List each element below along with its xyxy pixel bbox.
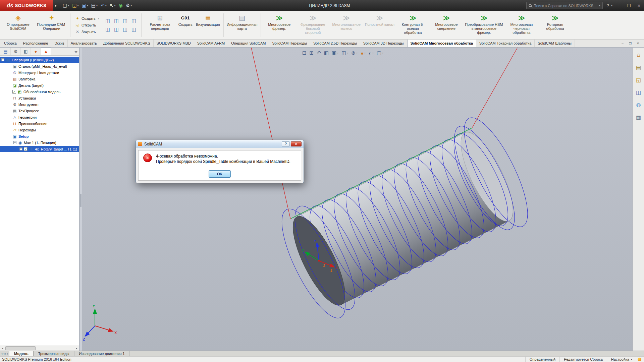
splitter-grip[interactable]	[80, 194, 82, 207]
tree-item-machine[interactable]: ▣ Станок (gMill_Haas_4x_eval)	[0, 63, 79, 69]
zoom-fit-button[interactable]: ⊡	[301, 49, 308, 57]
dialog-close-button[interactable]: ✕	[291, 141, 302, 146]
undo-button[interactable]: ↶	[100, 2, 108, 9]
about-solidcam-button[interactable]: ◈ О программе SolidCAM	[1, 12, 35, 38]
view-orientation-dropdown-icon[interactable]	[337, 52, 338, 55]
section-view-button[interactable]: ◧	[323, 49, 330, 57]
tree-item-zero-manager[interactable]: ⊕ Менеджер Ноля детали	[0, 69, 79, 76]
op-multiblade-button[interactable]: ≫ Многолопастное колесо	[330, 12, 363, 38]
tree-item-stock[interactable]: ▧ Заготовка	[0, 76, 79, 82]
view-palette-button[interactable]: ◫	[634, 88, 643, 96]
tab-solidcam-multiaxis[interactable]: SolidCAM Многоосевая обработка	[407, 40, 476, 47]
panel-tabs-right-arrow[interactable]	[76, 50, 78, 53]
help-dropdown-icon[interactable]	[611, 4, 612, 7]
ok-button[interactable]: OK	[209, 170, 231, 178]
rebuild-button[interactable]: ◉	[118, 2, 124, 9]
undo-dropdown-icon[interactable]	[105, 4, 107, 7]
tree-item-techprocess[interactable]: ▤ ТехПроцесс	[0, 108, 79, 114]
op-contour-5axis-button[interactable]: ≫ Контурная 5-осевая обработка	[396, 12, 430, 38]
tree-item-target[interactable]: ◪ Деталь (target)	[0, 82, 79, 88]
file-explorer-button[interactable]: ◱	[634, 76, 643, 84]
tab-model[interactable]: Модель	[9, 351, 34, 356]
search-box[interactable]	[526, 2, 603, 9]
search-dropdown-icon[interactable]	[599, 4, 600, 7]
configuration-selector[interactable]: Настройка	[607, 357, 636, 362]
dialog-help-button[interactable]: ?	[282, 141, 290, 146]
select-button[interactable]: ↖	[109, 2, 117, 9]
tree-item-setup[interactable]: ▣ Setup	[0, 133, 79, 139]
display-style-button[interactable]: ◫	[340, 49, 350, 57]
cam-open-button[interactable]: ◱ Открыть	[73, 22, 102, 28]
panel-tabs-left-arrow[interactable]	[74, 50, 76, 53]
custom-properties-button[interactable]: ▦	[634, 113, 643, 121]
tab-solidcam-operation[interactable]: Операция SolidCAM	[228, 40, 269, 47]
appearances-scenes-button[interactable]: ◍	[634, 101, 643, 109]
save-button[interactable]: ▣	[81, 2, 89, 9]
op-multiaxis-milling-button[interactable]: ≫ Многоосевое фрезер.	[263, 12, 296, 38]
new-dropdown-icon[interactable]	[68, 4, 69, 7]
tab-motion-study[interactable]: Исследование движения 1	[74, 351, 130, 356]
solidcam-tool-button-5[interactable]: ◫	[104, 25, 112, 34]
solidcam-tool-button-4[interactable]: ◫	[130, 17, 138, 25]
tree-item-geometries[interactable]: ◬ Геометрии	[0, 114, 79, 120]
expand-toggle[interactable]	[13, 141, 16, 144]
search-input[interactable]	[534, 4, 596, 8]
design-library-button[interactable]: ▤	[634, 63, 643, 71]
document-minimize-button[interactable]	[619, 41, 626, 46]
options-button[interactable]: ⚙	[125, 2, 133, 9]
tab-solidcam-transitions[interactable]: SolidCAM Переходы	[269, 40, 310, 47]
display-style-dropdown-icon[interactable]	[347, 52, 348, 55]
tree-item-operation-root[interactable]: ▦ Операция (ЦИЛИНДР-2)	[0, 57, 79, 63]
tree-horizontal-scrollbar[interactable]	[0, 346, 79, 351]
next-tab-arrow[interactable]	[5, 352, 6, 355]
save-dropdown-icon[interactable]	[87, 4, 88, 7]
resource-monitor-icon[interactable]	[638, 358, 641, 361]
tree-item-4x-rotary-target[interactable]: ✚ 4x_Rotary_target ...T1 (1)	[0, 146, 79, 152]
op-multiaxis-roughing-button[interactable]: ≫ Многоосевая черновая обработка	[505, 12, 538, 38]
simulation-button[interactable]: ≣ Визуализация	[194, 12, 222, 38]
tree-item-tool[interactable]: ⚙ Инструмент	[0, 101, 79, 108]
graphics-viewport[interactable]: z y x 1 1 Y X Z ⊡ ⊞ ↶ ◧ ▣ ◫ ⊚ ● ◐ ▢	[82, 48, 633, 351]
zoom-area-button[interactable]: ⊞	[308, 49, 315, 57]
document-close-button[interactable]	[635, 41, 641, 46]
open-button[interactable]: ◱	[71, 2, 79, 9]
solidcam-tool-button-3[interactable]: ◫	[121, 17, 129, 25]
create-dropdown-icon[interactable]	[98, 17, 99, 20]
solidworks-resources-button[interactable]: ⌂	[634, 51, 643, 59]
expand-toggle[interactable]	[1, 58, 4, 61]
select-dropdown-icon[interactable]	[114, 4, 115, 7]
close-button[interactable]: ✕	[634, 0, 644, 11]
apply-scene-button[interactable]: ◐	[367, 49, 375, 57]
solidcam-tool-button-6[interactable]: ◫	[112, 25, 121, 34]
panel-splitter[interactable]	[79, 48, 82, 351]
operation-checkbox[interactable]	[24, 147, 28, 151]
op-port-machining-button[interactable]: ≫ Полостной канал	[363, 12, 396, 38]
configuration-dropdown-icon[interactable]	[631, 358, 632, 361]
tab-solidworks-addins[interactable]: Добавления SOLIDWORKS	[100, 40, 154, 47]
new-document-button[interactable]: ▢	[62, 2, 70, 9]
g01-generate-button[interactable]: G01 Создать	[177, 12, 194, 38]
last-tab-arrow[interactable]	[7, 352, 8, 355]
tab-solidcam-3d[interactable]: SolidCAM 3D Переходы	[360, 40, 407, 47]
recent-cam-operations-button[interactable]: ✦ Последние CAM-Операции	[35, 12, 68, 38]
solidcam-tool-button-8[interactable]: ◫	[130, 25, 138, 34]
document-restore-button[interactable]	[627, 41, 634, 46]
appearance-dropdown-icon[interactable]	[364, 52, 366, 55]
op-convert-hsm-button[interactable]: ≫ Преобразование HSM в многоосевое фрезе…	[463, 12, 505, 38]
displaymanager-tab[interactable]: ●	[31, 48, 41, 55]
op-rotary-machining-button[interactable]: ≫ Роторная обработка	[538, 12, 572, 38]
tree-item-settings[interactable]: ⊓ Установки	[0, 95, 79, 101]
tree-item-updated-model[interactable]: ◩ Обновлённая модель	[0, 88, 79, 95]
options-dropdown-icon[interactable]	[130, 4, 132, 7]
hide-show-items-button[interactable]: ⊚	[350, 49, 359, 57]
dialog-title-bar[interactable]: SolidCAM ? ✕	[136, 140, 304, 148]
propertymanager-tab[interactable]: ⚙	[11, 48, 21, 55]
tab-sketch[interactable]: Эскиз	[51, 40, 67, 47]
scrollbar-track[interactable]	[5, 346, 74, 351]
op-multiaxis-drilling-button[interactable]: ≫ Многоосевое сверление	[430, 12, 463, 38]
featuremanager-tab[interactable]: ▤	[1, 48, 11, 55]
solidcam-error-dialog[interactable]: SolidCAM ? ✕ 4-осевая обработка невозмож…	[136, 140, 304, 183]
tree-item-operations-folder[interactable]: ▱ Переходы	[0, 127, 79, 133]
print-dropdown-icon[interactable]	[96, 4, 98, 7]
view-orientation-button[interactable]: ▣	[330, 49, 340, 57]
